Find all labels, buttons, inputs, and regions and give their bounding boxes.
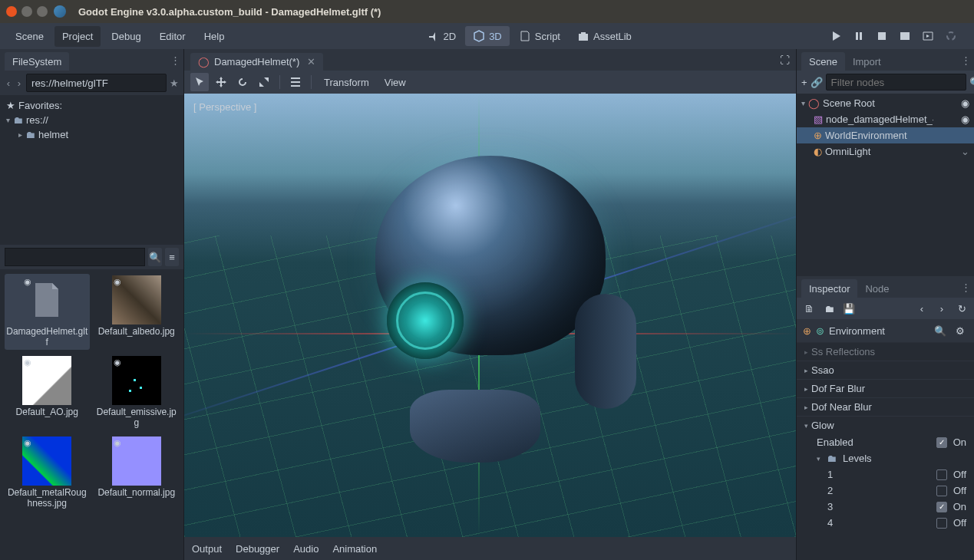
settings-icon[interactable]: ⚙ <box>953 323 968 338</box>
file-item[interactable]: ◉ Default_normal.jpg <box>94 435 180 511</box>
add-node-button[interactable]: + <box>801 74 807 90</box>
tree-root[interactable]: ▾🖿res:// <box>6 113 177 127</box>
prop-section-ssao[interactable]: ▸Ssao <box>797 361 974 379</box>
load-resource-icon[interactable]: 🖿 <box>821 301 837 316</box>
scene-node-mesh[interactable]: ▧node_damagedHelmet_-◉ <box>797 111 974 127</box>
inspector-tab[interactable]: Inspector <box>801 279 857 298</box>
output-tab[interactable]: Output <box>192 543 222 555</box>
file-item[interactable]: ◉ Default_AO.jpg <box>5 354 90 430</box>
scene-tree: ▾◯Scene Root◉ ▧node_damagedHelmet_-◉ ⊕Wo… <box>797 94 974 161</box>
checkbox-icon[interactable] <box>936 486 947 496</box>
animation-tab[interactable]: Animation <box>332 543 377 555</box>
menu-debug[interactable]: Debug <box>104 26 148 47</box>
expand-viewport-icon[interactable]: ⛶ <box>780 54 790 66</box>
context-3d[interactable]: 3D <box>465 26 510 46</box>
scene-node-env[interactable]: ⊕WorldEnvironment <box>797 127 974 143</box>
prop-section[interactable]: ▸Ss Reflections <box>797 342 974 361</box>
glow-level-row[interactable]: 2Off <box>797 483 974 499</box>
checkbox-icon[interactable] <box>936 518 947 529</box>
perspective-label[interactable]: [ Perspective ] <box>193 101 256 113</box>
history-forward-icon[interactable]: › <box>934 301 949 316</box>
checkbox-icon[interactable] <box>936 502 947 512</box>
nav-back-button[interactable]: ‹ <box>5 74 12 91</box>
search-icon[interactable]: 🔍 <box>969 74 974 90</box>
prop-section-dof-far[interactable]: ▸Dof Far Blur <box>797 379 974 397</box>
menu-project[interactable]: Project <box>54 26 101 47</box>
transform-menu[interactable]: Transform <box>318 74 375 91</box>
glow-level-row[interactable]: 1Off <box>797 466 974 483</box>
chevron-down-icon[interactable]: ⌄ <box>961 146 969 157</box>
checkbox-icon[interactable] <box>936 469 947 480</box>
close-icon[interactable] <box>6 6 17 17</box>
scene-node-root[interactable]: ▾◯Scene Root◉ <box>797 95 974 111</box>
stop-button[interactable] <box>873 27 891 45</box>
scene-dock-tab[interactable]: Scene <box>801 52 845 71</box>
dock-menu-icon[interactable]: ⋮ <box>170 54 179 66</box>
maximize-icon[interactable] <box>37 6 48 17</box>
play-scene-button[interactable] <box>896 27 914 45</box>
favorite-button[interactable]: ★ <box>170 77 179 89</box>
app-icon <box>54 5 66 18</box>
viewport-3d[interactable]: [ Perspective ] <box>184 94 796 537</box>
folder-icon: 🖿 <box>13 114 23 126</box>
file-item[interactable]: ◉ Default_emissive.jpg <box>94 354 180 430</box>
minimize-icon[interactable] <box>21 6 32 17</box>
instance-button[interactable]: 🔗 <box>811 74 823 90</box>
history-back-icon[interactable]: ‹ <box>914 301 929 316</box>
menu-scene[interactable]: Scene <box>8 26 51 47</box>
scene-tab[interactable]: ◯ DamagedHelmet(*) ✕ <box>190 53 323 71</box>
search-icon[interactable]: 🔍 <box>148 248 162 266</box>
visibility-icon[interactable]: ◉ <box>961 97 969 109</box>
file-item[interactable]: ◉ Default_albedo.jpg <box>94 274 180 350</box>
search-icon[interactable]: 🔍 <box>933 323 948 338</box>
move-tool[interactable] <box>212 73 230 91</box>
scene-node-light[interactable]: ◐OmniLight⌄ <box>797 143 974 160</box>
list-view-icon[interactable]: ≡ <box>165 248 179 266</box>
filter-nodes-input[interactable] <box>826 74 966 91</box>
file-grid: ◉ DamagedHelmet.gltf ◉ Default_albedo.jp… <box>0 269 183 560</box>
file-icon <box>31 282 62 318</box>
save-resource-icon[interactable]: 💾 <box>841 301 857 316</box>
prop-glow-enabled[interactable]: Enabled On <box>797 434 974 450</box>
node-tab[interactable]: Node <box>857 279 896 298</box>
dock-menu-icon[interactable]: ⋮ <box>961 54 969 66</box>
favorites-row[interactable]: ★Favorites: <box>6 98 177 113</box>
play-button[interactable] <box>827 27 845 45</box>
rotate-tool[interactable] <box>233 73 252 91</box>
path-input[interactable] <box>26 74 167 92</box>
glow-level-row[interactable]: 3On <box>797 499 974 515</box>
audio-tab[interactable]: Audio <box>293 543 319 555</box>
spinner-icon <box>942 27 960 45</box>
prop-section-dof-near[interactable]: ▸Dof Near Blur <box>797 397 974 416</box>
filesystem-tab[interactable]: FileSystem <box>5 52 69 71</box>
mesh-icon: ◉ <box>114 357 124 368</box>
list-tool[interactable] <box>286 73 305 91</box>
select-tool[interactable] <box>190 73 209 91</box>
menu-help[interactable]: Help <box>196 26 233 47</box>
close-tab-icon[interactable]: ✕ <box>307 56 315 68</box>
checkbox-icon[interactable] <box>936 437 947 448</box>
visibility-icon[interactable]: ◉ <box>961 114 969 125</box>
import-dock-tab[interactable]: Import <box>845 52 889 71</box>
debugger-tab[interactable]: Debugger <box>236 543 279 555</box>
play-custom-button[interactable] <box>919 27 937 45</box>
context-assetlib[interactable]: AssetLib <box>570 26 639 46</box>
menu-editor[interactable]: Editor <box>152 26 193 47</box>
mesh-icon: ◉ <box>114 277 124 288</box>
scale-tool[interactable] <box>255 73 273 91</box>
history-icon[interactable]: ↻ <box>954 301 969 316</box>
tree-folder-helmet[interactable]: ▸🖿helmet <box>6 127 177 142</box>
prop-section-glow[interactable]: ▾Glow <box>797 416 974 434</box>
context-2d[interactable]: 2D <box>420 26 464 46</box>
new-resource-icon[interactable]: 🗎 <box>801 301 817 316</box>
view-menu[interactable]: View <box>378 74 412 91</box>
file-filter-input[interactable] <box>5 248 145 266</box>
file-item[interactable]: ◉ Default_metalRoughness.jpg <box>5 435 90 511</box>
dock-menu-icon[interactable]: ⋮ <box>961 282 969 293</box>
context-script[interactable]: Script <box>511 26 568 46</box>
pause-button[interactable] <box>850 27 868 45</box>
file-item[interactable]: ◉ DamagedHelmet.gltf <box>5 274 90 350</box>
nav-forward-button[interactable]: › <box>15 74 23 91</box>
glow-level-row[interactable]: 4Off <box>797 515 974 531</box>
prop-glow-levels[interactable]: ▾ 🖿 Levels <box>797 450 974 466</box>
